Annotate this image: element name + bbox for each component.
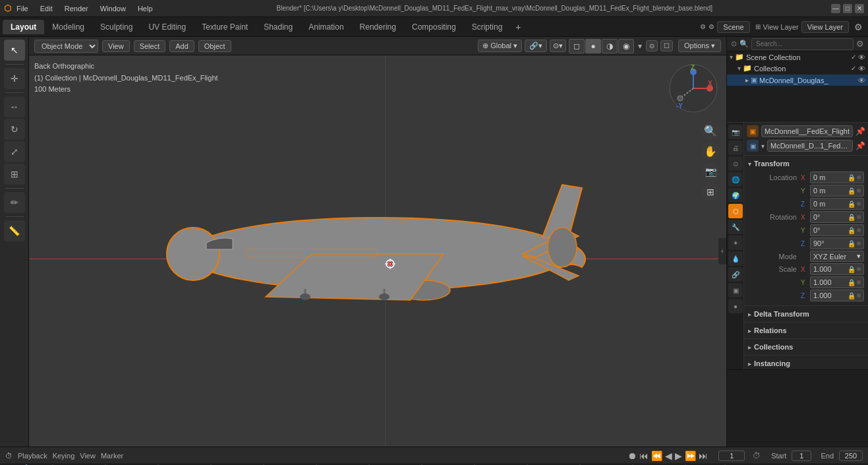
scene-collection-expand[interactable]: ▾ xyxy=(730,53,733,61)
rotation-y-field[interactable]: 0° 🔒 xyxy=(810,224,864,236)
play-reverse-btn[interactable]: ◀ xyxy=(665,450,672,461)
tab-animation[interactable]: Animation xyxy=(301,20,351,34)
props-tab-object[interactable]: ⬡ xyxy=(728,204,743,218)
collection-label[interactable]: Collection xyxy=(754,65,849,73)
collections-header[interactable]: ▸ Collections xyxy=(744,341,868,353)
tab-sculpting[interactable]: Sculpting xyxy=(92,20,140,34)
tab-layout[interactable]: Layout xyxy=(3,20,44,34)
menu-help[interactable]: Help xyxy=(132,3,158,14)
start-frame-input[interactable] xyxy=(792,450,811,461)
tab-compositing[interactable]: Compositing xyxy=(404,20,464,34)
select-tool[interactable]: ↖ xyxy=(4,40,25,61)
object-data-pin[interactable]: 📌 xyxy=(855,141,865,150)
keying-menu[interactable]: Keying xyxy=(53,452,75,460)
menu-render[interactable]: Render xyxy=(59,3,94,14)
jump-end-btn[interactable]: ⏭ xyxy=(699,450,708,461)
props-tab-physics[interactable]: 💧 xyxy=(728,251,743,266)
material-shade[interactable]: ◑ xyxy=(602,39,618,53)
location-x-field[interactable]: 0 m 🔒 xyxy=(810,171,864,183)
minimize-button[interactable]: — xyxy=(831,4,840,13)
playback-menu[interactable]: Playback xyxy=(18,452,47,460)
menu-edit[interactable]: Edit xyxy=(35,3,58,14)
object-data-dropdown[interactable]: ▾ xyxy=(761,142,765,150)
camera-button[interactable]: 📷 xyxy=(701,162,720,181)
overlay-toggle[interactable]: ⊙ xyxy=(646,40,658,51)
scale-y-field[interactable]: 1.000 🔒 xyxy=(810,276,864,288)
tab-uv-editing[interactable]: UV Editing xyxy=(140,20,194,34)
relations-header[interactable]: ▸ Relations xyxy=(744,325,868,336)
object-data-field[interactable]: McDonnell_D...1_FedEx_Flight xyxy=(767,140,853,152)
scene-input[interactable]: Scene xyxy=(717,21,749,33)
add-workspace-icon[interactable]: + xyxy=(510,22,526,32)
props-tab-render[interactable]: 📷 xyxy=(728,125,743,139)
current-frame-input[interactable] xyxy=(718,450,745,461)
mcdonnell-label[interactable]: McDonnell_Douglas_ xyxy=(759,77,856,84)
props-tab-output[interactable]: 🖨 xyxy=(728,140,743,155)
scale-x-field[interactable]: 1.000 🔒 xyxy=(810,263,864,275)
close-button[interactable]: ✕ xyxy=(855,4,864,13)
global-filter-icon[interactable]: ⚙ xyxy=(854,22,863,32)
tab-texture-paint[interactable]: Texture Paint xyxy=(194,20,256,34)
props-tab-modifiers[interactable]: 🔧 xyxy=(728,220,743,234)
play-btn[interactable]: ▶ xyxy=(675,450,682,461)
instancing-header[interactable]: ▸ Instancing xyxy=(744,357,868,369)
props-tab-world[interactable]: 🌍 xyxy=(728,188,743,202)
prev-keyframe-btn[interactable]: ⏪ xyxy=(651,450,662,461)
collapse-left-panel[interactable]: ‹ xyxy=(718,238,726,264)
transform-orientations[interactable]: ⊕ Global ▾ xyxy=(478,40,522,52)
3d-cursor[interactable] xyxy=(385,259,395,269)
outliner-search-input[interactable] xyxy=(751,38,854,50)
scene-collection-label[interactable]: Scene Collection xyxy=(746,53,849,61)
scale-tool[interactable]: ⤢ xyxy=(4,141,25,162)
location-z-field[interactable]: 0 m 🔒 xyxy=(810,198,864,210)
annotate-tool[interactable]: ✏ xyxy=(4,192,25,213)
viewpoint-button[interactable]: ⊞ xyxy=(701,183,720,201)
add-menu[interactable]: Add xyxy=(169,40,194,52)
collection-eye[interactable]: 👁 xyxy=(858,65,865,73)
xray-toggle[interactable]: ☐ xyxy=(660,40,673,51)
record-btn[interactable]: ⏺ xyxy=(627,450,637,461)
delta-transform-header[interactable]: ▸ Delta Transform xyxy=(744,308,868,320)
location-y-field[interactable]: 0 m 🔒 xyxy=(810,185,864,197)
scene-collection-eye[interactable]: 👁 xyxy=(858,53,865,61)
tab-scripting[interactable]: Scripting xyxy=(464,20,511,34)
tab-modeling[interactable]: Modeling xyxy=(44,20,92,34)
viewport-canvas[interactable]: Back Orthographic (1) Collection | McDon… xyxy=(29,55,726,447)
rotation-z-field[interactable]: 90° 🔒 xyxy=(810,237,864,249)
transform-section-header[interactable]: ▾ Transform xyxy=(744,158,868,170)
options-button[interactable]: Options ▾ xyxy=(678,40,721,52)
solid-shade[interactable]: ● xyxy=(585,39,601,53)
mcdonnell-eye[interactable]: 👁 xyxy=(858,77,865,84)
scene-collection-checkbox[interactable]: ✓ xyxy=(851,53,856,61)
snap-toggle[interactable]: 🔗▾ xyxy=(525,40,547,52)
transform-tool[interactable]: ⊞ xyxy=(4,164,25,185)
axis-gizmo[interactable]: X Z -Y xyxy=(667,62,720,115)
menu-file[interactable]: File xyxy=(11,3,34,14)
props-tab-material[interactable]: ● xyxy=(728,299,743,313)
select-menu[interactable]: Select xyxy=(134,40,166,52)
view-menu[interactable]: View xyxy=(102,40,130,52)
measure-tool[interactable]: 📏 xyxy=(4,220,25,241)
end-frame-input[interactable] xyxy=(839,450,863,461)
tab-rendering[interactable]: Rendering xyxy=(352,20,404,34)
view-menu-tl[interactable]: View xyxy=(80,452,96,460)
wireframe-shade[interactable]: ◻ xyxy=(569,39,585,53)
view-layer-value[interactable]: View Layer xyxy=(801,21,849,33)
props-tab-scene[interactable]: 🌐 xyxy=(728,172,743,187)
jump-start-btn[interactable]: ⏮ xyxy=(639,450,649,461)
move-tool[interactable]: ↔ xyxy=(4,96,25,117)
zoom-in-button[interactable]: 🔍 xyxy=(701,121,720,140)
menu-window[interactable]: Window xyxy=(95,3,131,14)
props-tab-constraints[interactable]: 🔗 xyxy=(728,267,743,282)
outliner-filter-icon[interactable]: ⚙ xyxy=(856,39,864,49)
airplane-object[interactable] xyxy=(147,152,608,351)
rotate-tool[interactable]: ↻ xyxy=(4,119,25,140)
maximize-button[interactable]: □ xyxy=(843,4,852,13)
marker-menu[interactable]: Marker xyxy=(101,452,123,460)
rotation-x-field[interactable]: 0° 🔒 xyxy=(810,211,864,223)
rendered-shade[interactable]: ◉ xyxy=(618,39,634,53)
rotation-mode-select[interactable]: XYZ Euler ▾ xyxy=(810,251,864,262)
tab-shading[interactable]: Shading xyxy=(256,20,301,34)
object-menu[interactable]: Object xyxy=(198,40,231,52)
object-name-field[interactable]: McDonnell__FedEx_Flight xyxy=(761,125,853,137)
